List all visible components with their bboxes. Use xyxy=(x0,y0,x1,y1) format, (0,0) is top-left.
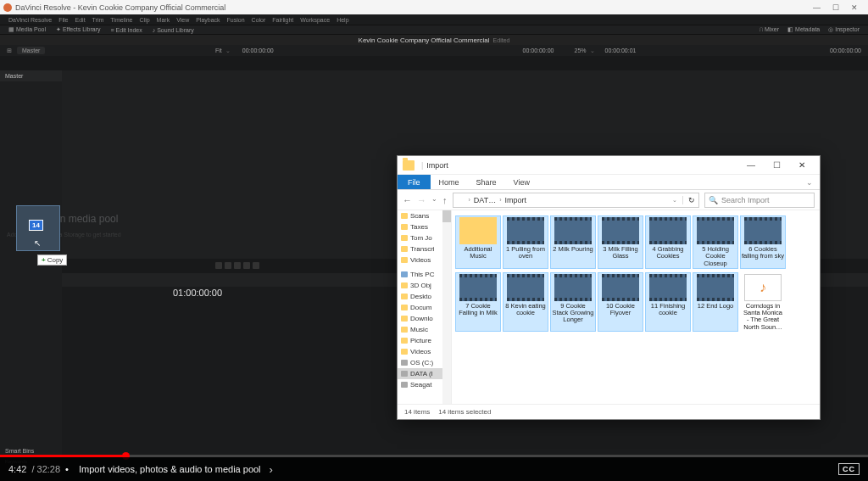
menu-workspace[interactable]: Workspace xyxy=(300,17,330,23)
tree-scrollbar[interactable] xyxy=(442,210,451,404)
player-chapter[interactable]: Import videos, photos & audio to media p… xyxy=(79,464,261,474)
refresh-icon[interactable]: ↻ xyxy=(682,196,695,204)
nav-back-icon[interactable]: ← xyxy=(403,195,412,205)
tool-mixer[interactable]: ⎍ Mixer xyxy=(760,26,779,33)
cc-button[interactable]: CC xyxy=(838,463,860,475)
file-label: 1 Pulling from oven xyxy=(504,246,547,260)
file-item[interactable]: 1 Pulling from oven xyxy=(503,215,548,269)
menu-edit[interactable]: Edit xyxy=(75,17,86,23)
folder-icon xyxy=(401,246,408,252)
menu-file[interactable]: File xyxy=(58,17,68,23)
menu-fusion[interactable]: Fusion xyxy=(227,17,245,23)
file-item[interactable]: 2 Milk Pouring xyxy=(550,215,596,269)
search-icon: 🔍 xyxy=(709,196,718,204)
chapter-next-icon[interactable]: › xyxy=(270,463,273,476)
ribbon-view[interactable]: View xyxy=(505,175,538,189)
app-icon xyxy=(3,3,12,12)
record-tc: 00:00:00:00 xyxy=(830,48,861,53)
window-maximize[interactable]: ☐ xyxy=(832,3,839,12)
file-item[interactable]: 9 Cookie Stack Growing Longer xyxy=(550,272,596,332)
menu-timeline[interactable]: Timeline xyxy=(110,17,132,23)
ribbon-share[interactable]: Share xyxy=(468,175,505,189)
menu-fairlight[interactable]: Fairlight xyxy=(272,17,293,23)
ribbon-expand-icon[interactable]: ⌄ xyxy=(799,175,820,189)
tool-metadata[interactable]: ◧ Metadata xyxy=(787,26,820,33)
tool-inspector[interactable]: ◎ Inspector xyxy=(828,26,860,33)
explorer-titlebar[interactable]: | Import — ☐ ✕ xyxy=(398,156,820,175)
explorer-tree[interactable]: ScansTaxesTom JoTranscriVideosThis PC3D … xyxy=(398,210,452,404)
file-label: Additional Music xyxy=(457,246,499,260)
menu-mark[interactable]: Mark xyxy=(157,17,170,23)
file-label: 12 End Logo xyxy=(698,303,734,310)
smart-bins-label[interactable]: Smart Bins xyxy=(5,448,34,454)
menu-trim[interactable]: Trim xyxy=(92,17,104,23)
menu-clip[interactable]: Clip xyxy=(140,17,150,23)
file-item[interactable]: 12 End Logo xyxy=(693,272,738,332)
video-thumb xyxy=(697,217,734,244)
source-tc: 00:00:00:00 xyxy=(242,48,274,53)
drag-copy-tooltip: + Copy xyxy=(37,254,67,266)
zoom-pct[interactable]: 25% xyxy=(575,48,587,53)
address-bar[interactable]: › DAT… › Import ⌄ ↻ xyxy=(453,193,700,208)
tool-mediapool[interactable]: ▦ Media Pool xyxy=(8,26,46,33)
app-titlebar: DaVinci Resolve - Kevin Cookie Company O… xyxy=(0,0,868,14)
tool-sound[interactable]: ♪ Sound Library xyxy=(153,27,194,33)
file-label: 5 Holding Cookie Closeup xyxy=(694,246,737,267)
menu-davinci-resolve[interactable]: DaVinci Resolve xyxy=(8,17,52,23)
file-item[interactable]: Additional Music xyxy=(455,215,501,269)
video-thumb xyxy=(649,217,687,244)
file-item[interactable]: 6 Cookies falling from sky xyxy=(740,215,786,269)
video-thumb xyxy=(554,274,592,301)
tool-icons[interactable] xyxy=(215,262,259,269)
file-item[interactable]: 10 Cookie Flyover xyxy=(598,272,643,332)
menubar: DaVinci ResolveFileEditTrimTimelineClipM… xyxy=(0,14,868,25)
file-label: 11 Finishing cookie xyxy=(647,303,689,317)
menu-help[interactable]: Help xyxy=(337,17,348,23)
file-label: 8 Kevin eating cookie xyxy=(504,303,547,317)
file-item[interactable]: ♪Corndogs in Santa Monica - The Great No… xyxy=(740,272,786,332)
status-selected: 14 items selected xyxy=(438,408,491,416)
fit-dropdown[interactable]: Fit xyxy=(215,48,222,53)
bin-panel: Master Smart Bins Keywords xyxy=(0,70,62,481)
video-thumb xyxy=(602,274,639,301)
nav-forward-icon[interactable]: → xyxy=(417,195,426,205)
file-item[interactable]: 3 Milk Filling Glass xyxy=(598,215,643,269)
status-count: 14 items xyxy=(404,408,430,416)
video-thumb xyxy=(744,217,782,244)
menu-color[interactable]: Color xyxy=(252,17,266,23)
explorer-close[interactable]: ✕ xyxy=(789,160,815,170)
search-box[interactable]: 🔍 Search Import xyxy=(704,193,815,208)
nav-up-icon[interactable]: ↑ xyxy=(442,195,448,205)
file-explorer-window[interactable]: | Import — ☐ ✕ File Home Share View ⌄ ← … xyxy=(397,155,821,420)
menu-view[interactable]: View xyxy=(176,17,189,23)
nav-recent-icon[interactable]: ⌄ xyxy=(431,195,437,205)
folder-icon xyxy=(401,360,408,366)
explorer-minimize[interactable]: — xyxy=(738,160,764,170)
file-item[interactable]: 7 Cookie Falling in Milk xyxy=(455,272,501,332)
file-item[interactable]: 5 Holding Cookie Closeup xyxy=(693,215,738,269)
viewer-time-bar: ⊞ Master Fit ⌄ 00:00:00:00 00:00:00:00 2… xyxy=(0,45,868,56)
cursor-icon: ↖ xyxy=(34,238,41,248)
master-bin[interactable]: Master xyxy=(0,70,62,81)
ribbon-home[interactable]: Home xyxy=(431,175,468,189)
ribbon-file[interactable]: File xyxy=(398,175,431,189)
menu-playback[interactable]: Playback xyxy=(196,17,220,23)
tool-effects[interactable]: ✦ Effects Library xyxy=(56,26,101,33)
file-item[interactable]: 8 Kevin eating cookie xyxy=(503,272,548,332)
tool-editindex[interactable]: ≡ Edit Index xyxy=(111,27,142,33)
timeline-tc-in: 00:00:00:00 xyxy=(523,48,554,53)
window-close[interactable]: ✕ xyxy=(851,3,858,12)
explorer-maximize[interactable]: ☐ xyxy=(764,160,789,170)
project-title: Kevin Cookie Company Official Commercial xyxy=(359,36,490,44)
folder-icon xyxy=(401,271,408,277)
files-pane[interactable]: Additional Music1 Pulling from oven2 Mil… xyxy=(452,210,820,404)
player-current-time: 4:42 xyxy=(8,464,26,474)
file-item[interactable]: 4 Grabbing Cookies xyxy=(645,215,691,269)
window-minimize[interactable]: — xyxy=(813,3,821,12)
bin-tab[interactable]: Master xyxy=(17,47,45,54)
folder-icon xyxy=(401,282,408,288)
file-label: 3 Milk Filling Glass xyxy=(599,246,642,260)
file-label: Corndogs in Santa Monica - The Great Nor… xyxy=(742,303,784,330)
folder-icon xyxy=(401,316,408,322)
file-item[interactable]: 11 Finishing cookie xyxy=(645,272,691,332)
